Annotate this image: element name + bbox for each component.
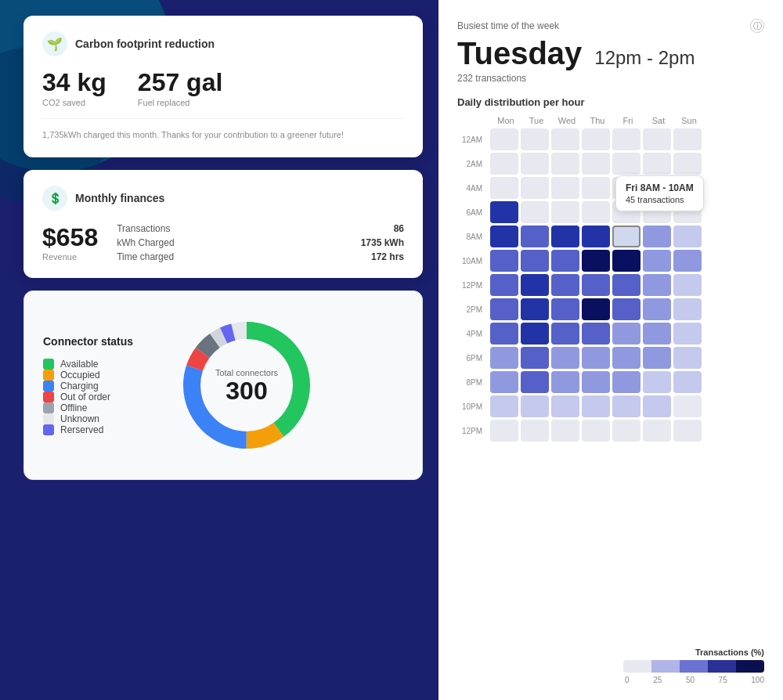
heatmap-cell[interactable]	[551, 323, 579, 345]
heatmap-cell[interactable]	[643, 371, 671, 393]
heatmap-cell[interactable]	[582, 201, 610, 223]
heatmap-cell[interactable]	[490, 128, 518, 150]
heatmap-cell[interactable]	[490, 323, 518, 345]
heatmap-row	[490, 274, 702, 296]
heatmap-cell[interactable]	[521, 371, 549, 393]
finances-icon: 💲	[42, 186, 67, 211]
heatmap-cell[interactable]	[521, 177, 549, 199]
heatmap-cell[interactable]	[612, 420, 640, 442]
heatmap-cell[interactable]	[643, 395, 671, 417]
heatmap-cell[interactable]	[673, 323, 702, 345]
heatmap-cell[interactable]	[673, 298, 702, 320]
heatmap-row	[490, 371, 702, 393]
heatmap-cell[interactable]	[551, 177, 579, 199]
heatmap-cell[interactable]	[612, 226, 640, 247]
heatmap-cell[interactable]	[521, 395, 549, 417]
heatmap-cell[interactable]	[490, 250, 518, 272]
heatmap-cell[interactable]	[551, 298, 579, 320]
heatmap-cell[interactable]	[490, 201, 518, 223]
heatmap-cell[interactable]	[551, 274, 579, 296]
heatmap-cell[interactable]	[490, 420, 518, 442]
heatmap-cell[interactable]	[643, 347, 671, 369]
heatmap-cell[interactable]	[612, 250, 640, 272]
transactions-row: Transactions 86	[117, 223, 404, 234]
heatmap-cell[interactable]	[521, 298, 549, 320]
heatmap-cell[interactable]	[582, 323, 610, 345]
heatmap-cell[interactable]	[582, 128, 610, 150]
heatmap-cell[interactable]	[673, 128, 702, 150]
heatmap-cell[interactable]	[551, 250, 579, 272]
heatmap-cell[interactable]	[612, 298, 640, 320]
legend-tick: 25	[653, 676, 662, 684]
busiest-label-row: Busiest time of the week ⓘ	[457, 19, 764, 33]
heatmap-cell[interactable]	[612, 347, 640, 369]
heatmap-cell[interactable]	[551, 395, 579, 417]
heatmap-cell[interactable]	[582, 347, 610, 369]
heatmap-cell[interactable]	[673, 153, 702, 175]
heatmap-cell[interactable]	[521, 153, 549, 175]
heatmap-cell[interactable]	[551, 153, 579, 175]
heatmap-cell[interactable]	[490, 226, 518, 247]
heatmap-cell[interactable]	[612, 323, 640, 345]
heatmap-cell[interactable]	[490, 177, 518, 199]
heatmap-cell[interactable]	[551, 347, 579, 369]
heatmap-cell[interactable]	[612, 128, 640, 150]
heatmap-cell[interactable]	[490, 371, 518, 393]
info-icon[interactable]: ⓘ	[750, 19, 764, 33]
heatmap-cell[interactable]	[673, 226, 702, 247]
busiest-day-row: Tuesday 12pm - 2pm	[457, 36, 764, 71]
heatmap-cell[interactable]	[582, 250, 610, 272]
heatmap-cell[interactable]	[521, 347, 549, 369]
heatmap-cell[interactable]	[521, 201, 549, 223]
heatmap-cell[interactable]	[521, 274, 549, 296]
heatmap-cell[interactable]	[673, 274, 702, 296]
heatmap-cell[interactable]	[673, 347, 702, 369]
connector-card: Connector status AvailableOccupiedChargi…	[23, 290, 423, 480]
heatmap-cell[interactable]	[582, 226, 610, 247]
heatmap-cell[interactable]	[551, 371, 579, 393]
heatmap-cell[interactable]	[612, 274, 640, 296]
heatmap-cell[interactable]	[673, 250, 702, 272]
busiest-section: Busiest time of the week ⓘ Tuesday 12pm …	[457, 19, 764, 84]
heatmap-cell[interactable]	[643, 298, 671, 320]
heatmap-cell[interactable]	[490, 274, 518, 296]
heatmap-cell[interactable]	[551, 201, 579, 223]
heatmap-cell[interactable]	[521, 226, 549, 247]
heatmap-cell[interactable]	[490, 298, 518, 320]
heatmap-cell[interactable]	[521, 420, 549, 442]
heatmap-cell[interactable]	[582, 395, 610, 417]
heatmap-cell[interactable]	[643, 323, 671, 345]
heatmap-cell[interactable]	[551, 128, 579, 150]
legend-bar-label: Transactions (%)	[695, 648, 764, 657]
heatmap-cell[interactable]	[490, 153, 518, 175]
heatmap-cell[interactable]	[521, 128, 549, 150]
heatmap-cell[interactable]	[582, 177, 610, 199]
heatmap-cell[interactable]	[643, 226, 671, 247]
heatmap-cell[interactable]	[612, 371, 640, 393]
heatmap-cell[interactable]	[551, 420, 579, 442]
heatmap-cell[interactable]	[582, 420, 610, 442]
heatmap-cell[interactable]	[643, 128, 671, 150]
heatmap-cell[interactable]	[490, 395, 518, 417]
heatmap-cell[interactable]	[582, 153, 610, 175]
transactions-label: Transactions	[117, 223, 170, 234]
heatmap-cell[interactable]	[673, 420, 702, 442]
heatmap-cell[interactable]	[673, 371, 702, 393]
legend-seg-1	[651, 660, 680, 673]
heatmap-cell[interactable]	[582, 274, 610, 296]
heatmap-cell[interactable]	[521, 323, 549, 345]
heatmap-grid-container: MonTueWedThuFriSatSun 12AM2AM4AM6AM8AM10…	[457, 116, 764, 442]
heatmap-day-label: Thu	[583, 116, 612, 125]
heatmap-cell[interactable]	[521, 250, 549, 272]
heatmap-cell[interactable]	[551, 226, 579, 247]
heatmap-cell[interactable]	[643, 274, 671, 296]
heatmap-cell[interactable]	[673, 395, 702, 417]
heatmap-cell[interactable]	[582, 298, 610, 320]
heatmap-cell[interactable]	[490, 347, 518, 369]
heatmap-cell[interactable]	[643, 250, 671, 272]
heatmap-cell[interactable]	[612, 395, 640, 417]
heatmap-cell[interactable]	[643, 153, 671, 175]
heatmap-cell[interactable]	[582, 371, 610, 393]
heatmap-cell[interactable]	[643, 420, 671, 442]
heatmap-cell[interactable]	[612, 153, 640, 175]
